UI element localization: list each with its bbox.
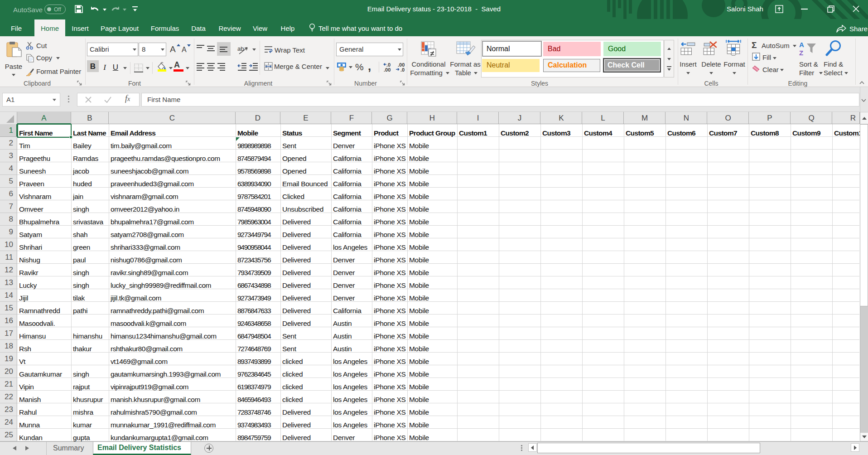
svg-text:.00: .00 <box>384 67 391 73</box>
svg-text:Z: Z <box>799 49 803 56</box>
svg-text:.0: .0 <box>400 67 405 73</box>
svg-text:A: A <box>799 41 804 48</box>
